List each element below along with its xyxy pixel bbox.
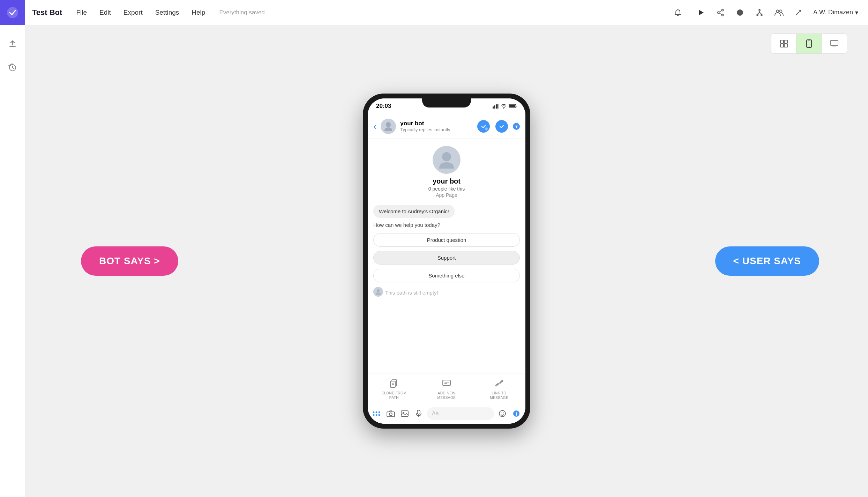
- menu-settings[interactable]: Settings: [155, 9, 179, 16]
- chat-bot-sub: Typically replies instantly: [400, 127, 473, 132]
- message-icon: [440, 377, 453, 390]
- settings-icon[interactable]: [794, 8, 803, 17]
- chat-info: your bot Typically replies instantly: [400, 120, 473, 132]
- svg-point-7: [737, 9, 743, 16]
- quick-reply-other[interactable]: Something else: [373, 269, 520, 282]
- bot-likes: 0 people like this: [428, 186, 465, 192]
- camera-icon[interactable]: [385, 408, 396, 419]
- status-time: 20:03: [376, 103, 391, 110]
- svg-point-8: [759, 9, 760, 11]
- topbar-right: A.W. Dimazen ▾: [673, 8, 858, 17]
- phone-screen: 20:03: [368, 98, 525, 424]
- svg-point-51: [373, 414, 375, 416]
- message-1: How can we help you today?: [373, 220, 520, 230]
- svg-rect-34: [497, 104, 499, 109]
- desktop-view-button[interactable]: [822, 34, 847, 53]
- notification-icon[interactable]: [673, 8, 683, 17]
- svg-line-13: [760, 12, 762, 14]
- svg-point-50: [376, 411, 377, 413]
- mic-icon[interactable]: [413, 408, 424, 419]
- clone-label: CLONE FROMPATH: [381, 391, 406, 400]
- view-toggle: [771, 34, 847, 54]
- bot-display-name: your bot: [433, 177, 461, 185]
- empty-path-label: This path is still empty!: [385, 290, 520, 296]
- back-button[interactable]: ‹: [373, 121, 376, 132]
- svg-rect-45: [443, 380, 450, 386]
- quick-reply-support[interactable]: Support: [373, 251, 520, 265]
- svg-point-63: [503, 412, 504, 413]
- bot-page-type: App Page: [436, 192, 457, 198]
- user-menu[interactable]: A.W. Dimazen ▾: [813, 9, 858, 16]
- menu-export[interactable]: Export: [124, 9, 143, 16]
- bot-avatar-large: [433, 146, 461, 174]
- message-input[interactable]: Aa: [427, 407, 494, 420]
- svg-point-26: [809, 46, 809, 47]
- status-icon[interactable]: [735, 8, 745, 17]
- logo[interactable]: [0, 0, 25, 25]
- save-status: Everything saved: [219, 9, 264, 16]
- svg-rect-28: [830, 40, 838, 45]
- svg-rect-19: [9, 46, 16, 47]
- messages-list: Welcome to Audrey's Organic! How can we …: [373, 205, 520, 283]
- quick-reply-product[interactable]: Product question: [373, 233, 520, 247]
- info-icon[interactable]: [511, 408, 522, 419]
- people-icon[interactable]: [774, 8, 784, 17]
- dropdown-badge[interactable]: ▾: [513, 123, 520, 130]
- share-icon[interactable]: [716, 8, 725, 17]
- menu-dots-icon[interactable]: [371, 408, 382, 419]
- empty-path-row: This path is still empty!: [373, 287, 520, 297]
- menu-edit[interactable]: Edit: [99, 9, 111, 16]
- menu-file[interactable]: File: [76, 9, 87, 16]
- svg-point-39: [442, 152, 451, 161]
- svg-rect-24: [784, 44, 787, 47]
- phone-preview: 20:03: [363, 94, 530, 429]
- svg-point-56: [389, 413, 392, 416]
- svg-point-52: [376, 414, 377, 416]
- svg-point-0: [7, 7, 18, 18]
- svg-rect-32: [494, 105, 495, 109]
- svg-point-10: [761, 14, 762, 16]
- svg-point-66: [516, 411, 517, 412]
- svg-point-49: [373, 411, 375, 413]
- user-says-button[interactable]: < USER SAYS: [715, 246, 819, 276]
- play-button[interactable]: [696, 8, 706, 17]
- svg-rect-31: [493, 106, 494, 109]
- history-icon[interactable]: [4, 59, 21, 76]
- action-badge[interactable]: [495, 120, 508, 133]
- link-label: LINK TOMESSAGE: [490, 391, 508, 400]
- phone-frame: 20:03: [363, 94, 530, 429]
- app-title: Test Bot: [32, 8, 62, 17]
- svg-point-62: [501, 412, 501, 413]
- topbar: Test Bot File Edit Export Settings Help …: [0, 0, 868, 25]
- svg-rect-55: [387, 412, 395, 417]
- add-new-message-button[interactable]: ADD NEWMESSAGE: [433, 377, 461, 400]
- status-icons: [493, 104, 517, 109]
- grid-view-button[interactable]: [771, 34, 796, 53]
- svg-point-40: [377, 289, 380, 292]
- svg-point-15: [779, 10, 782, 12]
- svg-line-6: [719, 13, 722, 15]
- svg-rect-21: [780, 40, 784, 43]
- canvas: BOT SAYS > < USER SAYS 20:03: [25, 25, 868, 497]
- phone-view-button[interactable]: [796, 34, 822, 53]
- message-0: Welcome to Audrey's Organic!: [373, 205, 455, 218]
- svg-point-53: [379, 411, 380, 413]
- svg-point-9: [757, 14, 758, 16]
- svg-point-4: [717, 12, 719, 13]
- image-icon[interactable]: [399, 408, 410, 419]
- emoji-icon[interactable]: [497, 408, 508, 419]
- user-chevron-icon: ▾: [855, 9, 858, 16]
- svg-rect-23: [780, 44, 784, 47]
- svg-point-54: [379, 414, 380, 416]
- link-icon: [493, 377, 506, 390]
- input-placeholder: Aa: [432, 410, 439, 417]
- link-to-message-button[interactable]: LINK TOMESSAGE: [485, 377, 513, 400]
- branch-icon[interactable]: [755, 8, 764, 17]
- bot-says-button[interactable]: BOT SAYS >: [81, 246, 178, 276]
- menu-help[interactable]: Help: [192, 9, 205, 16]
- upload-icon[interactable]: [4, 36, 21, 52]
- phone-notch: [422, 98, 471, 107]
- clone-from-path-button[interactable]: CLONE FROMPATH: [380, 377, 408, 400]
- svg-rect-37: [509, 105, 515, 107]
- bot-avatar: [381, 119, 396, 134]
